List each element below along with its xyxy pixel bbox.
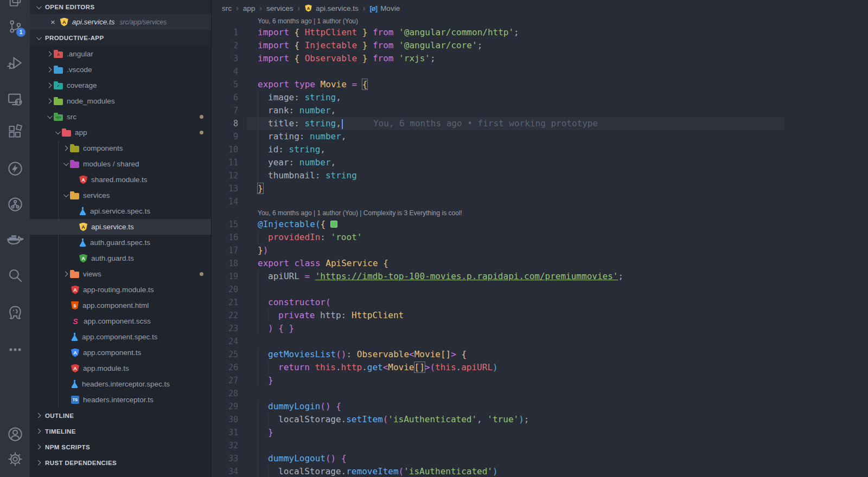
breadcrumb-item-src[interactable]: src	[222, 4, 232, 12]
code-line-19[interactable]: 19 apiURL = 'https://imdb-top-100-movies…	[212, 270, 862, 283]
close-icon[interactable]: ×	[50, 17, 55, 27]
code-line-17[interactable]: 17})	[212, 244, 862, 257]
line-number: 32	[212, 439, 238, 452]
tree-item-coverage[interactable]: ✓coverage	[30, 78, 211, 93]
breadcrumb: src›app›services›Aapi.service.ts›[ø]Movi…	[212, 0, 868, 16]
code-line-1[interactable]: 1import { HttpClient } from '@angular/co…	[212, 26, 862, 39]
tree-item-src[interactable]: </>src	[30, 109, 211, 125]
tree-item-.vscode[interactable]: .vscode	[30, 62, 211, 78]
code-line-20[interactable]: 20	[212, 283, 862, 296]
git-network-icon[interactable]	[0, 196, 30, 212]
code-line-6[interactable]: 6 image: string,	[212, 91, 862, 104]
tree-item-app.module.ts[interactable]: Aapp.module.ts	[30, 360, 211, 376]
code-line-8[interactable]: 8 title: string,You, 6 months ago • firs…	[212, 117, 862, 130]
code-line-7[interactable]: 7 rank: number,	[212, 104, 862, 117]
tree-item-app[interactable]: app	[30, 125, 211, 140]
section-timeline[interactable]: TIMELINE	[30, 423, 211, 439]
code-line-32[interactable]: 32	[212, 439, 862, 452]
tree-item-app.component.html[interactable]: 5app.component.html	[30, 298, 211, 313]
code-line-34[interactable]: 34 localStorage.removeItem('isAuthentica…	[212, 465, 862, 477]
code-line-25[interactable]: 25 getMoviesList(): Observable<Movie[]> …	[212, 348, 862, 361]
code-line-16[interactable]: 16 providedIn: 'root'	[212, 231, 862, 244]
more-icon[interactable]	[0, 341, 30, 358]
code-text	[238, 65, 258, 78]
tree-item-label: modules / shared	[83, 160, 139, 168]
tree-item-components[interactable]: components	[30, 140, 211, 156]
source-control-icon[interactable]: 1	[0, 18, 30, 35]
tree-item-app.component.scss[interactable]: Sapp.component.scss	[30, 313, 211, 329]
tree-item-shared.module.ts[interactable]: Ashared.module.ts	[30, 172, 211, 188]
section-outline[interactable]: OUTLINE	[30, 408, 211, 423]
tree-item-modules-shared[interactable]: modules / shared	[30, 156, 211, 172]
code-line-22[interactable]: 22 private http: HttpClient	[212, 309, 862, 322]
thunder-client-icon[interactable]	[0, 160, 30, 177]
activity-bar: 1	[0, 0, 30, 477]
code-line-23[interactable]: 23 ) { }	[212, 322, 862, 335]
breadcrumb-item-api-service-ts[interactable]: Aapi.service.ts	[304, 4, 359, 12]
code-line-31[interactable]: 31 }	[212, 426, 862, 439]
code-line-5[interactable]: 5export type Movie = {	[212, 78, 862, 91]
code-text: }	[238, 374, 273, 387]
tree-item-app.component.spec.ts[interactable]: app.component.spec.ts	[30, 329, 211, 345]
code-line-26[interactable]: 26 return this.http.get<Movie[]>(this.ap…	[212, 361, 862, 374]
code-line-33[interactable]: 33 dummyLogout() {	[212, 452, 862, 465]
code-line-14[interactable]: 14	[212, 195, 862, 208]
tree-item-.angular[interactable]: A.angular	[30, 46, 211, 62]
section-npm-scripts[interactable]: NPM SCRIPTS	[30, 439, 211, 455]
tree-item-api.service.spec.ts[interactable]: api.service.spec.ts	[30, 203, 211, 219]
tree-item-auth.guard.ts[interactable]: Aauth.guard.ts	[30, 250, 211, 266]
tree-item-headers.interceptor.ts[interactable]: TSheaders.interceptor.ts	[30, 392, 211, 408]
remote-explorer-icon[interactable]	[0, 91, 30, 107]
code-line-28[interactable]: 28	[212, 387, 862, 400]
search-icon[interactable]	[0, 267, 30, 283]
complexity-indicator-square	[330, 221, 337, 228]
files-icon[interactable]	[0, 0, 30, 8]
run-debug-icon[interactable]	[0, 55, 30, 71]
project-section-header[interactable]: PRODUCTIVE-APP	[30, 30, 211, 46]
code-line-12[interactable]: 12 thumbnail: string	[212, 169, 862, 182]
code-line-4[interactable]: 4	[212, 65, 862, 78]
breadcrumb-item-movie[interactable]: [ø]Movie	[370, 4, 400, 12]
code-line-30[interactable]: 30 localStorage.setItem('isAuthenticated…	[212, 413, 862, 426]
account-icon[interactable]	[0, 426, 30, 442]
open-editor-item-api-service[interactable]: × A api.service.ts src/app/services	[30, 14, 211, 30]
code-area[interactable]: You, 6 months ago | 1 author (You)1impor…	[212, 16, 862, 477]
tree-item-app.component.ts[interactable]: Aapp.component.ts	[30, 345, 211, 360]
extensions-icon[interactable]	[0, 124, 30, 140]
code-line-27[interactable]: 27 }	[212, 374, 862, 387]
tree-item-node-modules[interactable]: node_modules	[30, 93, 211, 109]
code-line-10[interactable]: 10 id: string,	[212, 143, 862, 156]
code-line-24[interactable]: 24	[212, 335, 862, 348]
folder-icon: ✓	[54, 83, 63, 89]
tree-item-app-routing.module.ts[interactable]: Aapp-routing.module.ts	[30, 282, 211, 298]
open-editor-filename: api.service.ts	[72, 18, 115, 26]
code-line-11[interactable]: 11 year: number,	[212, 156, 862, 169]
docker-icon[interactable]	[0, 231, 30, 248]
code-line-21[interactable]: 21 constructor(	[212, 296, 862, 309]
settings-gear-icon[interactable]	[0, 451, 30, 467]
tree-item-headers.interceptor.spec.ts[interactable]: headers.interceptor.spec.ts	[30, 376, 211, 392]
code-line-9[interactable]: 9 rating: number,	[212, 130, 862, 143]
breadcrumb-item-services[interactable]: services	[266, 4, 293, 12]
postgresql-icon[interactable]	[0, 305, 30, 321]
tree-item-views[interactable]: views	[30, 266, 211, 282]
type-symbol-icon: [ø]	[370, 4, 378, 12]
code-line-15[interactable]: 15@Injectable({	[212, 218, 862, 231]
breadcrumb-item-app[interactable]: app	[243, 4, 256, 12]
open-editors-header[interactable]: OPEN EDITORS	[30, 0, 211, 14]
tree-item-auth.guard.spec.ts[interactable]: auth.guard.spec.ts	[30, 235, 211, 250]
chevron-right-icon	[47, 51, 52, 57]
code-line-2[interactable]: 2import { Injectable } from '@angular/co…	[212, 39, 862, 52]
tree-item-services[interactable]: services	[30, 188, 211, 203]
section-label: NPM SCRIPTS	[45, 444, 90, 450]
line-number: 28	[212, 387, 238, 400]
code-line-29[interactable]: 29 dummyLogin() {	[212, 400, 862, 413]
code-line-3[interactable]: 3import { Observable } from 'rxjs';	[212, 52, 862, 65]
code-line-18[interactable]: 18export class ApiService {	[212, 257, 862, 270]
codelens-annotation[interactable]: You, 6 months ago | 1 author (You) | Com…	[212, 208, 862, 218]
line-number: 7	[212, 104, 238, 117]
codelens-annotation[interactable]: You, 6 months ago | 1 author (You)	[212, 16, 862, 26]
code-line-13[interactable]: 13}	[212, 182, 862, 195]
tree-item-api.service.ts[interactable]: Aapi.service.ts	[30, 219, 211, 235]
section-rust-dependencies[interactable]: RUST DEPENDENCIES	[30, 455, 211, 470]
